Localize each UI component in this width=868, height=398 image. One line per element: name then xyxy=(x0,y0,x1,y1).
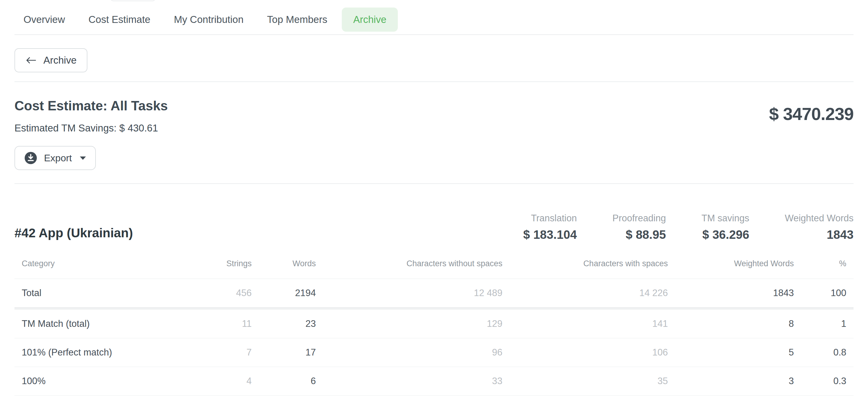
back-button-label: Archive xyxy=(43,55,76,66)
report-section: #42 App (Ukrainian) Translation$ 183.104… xyxy=(14,184,854,396)
table-row: 100%46333530.3 xyxy=(14,367,854,395)
cell-chars-with: 141 xyxy=(502,310,668,338)
total-separator-band-cell xyxy=(14,308,854,310)
cell-percent: 1 xyxy=(794,310,854,338)
total-cost: $ 3470.239 xyxy=(769,104,854,124)
cell-category: 100% xyxy=(14,367,183,395)
cell-percent: 0.8 xyxy=(794,338,854,367)
stat-weighted-words: Weighted Words1843 xyxy=(785,213,854,242)
report-stats: Translation$ 183.104Proofreading$ 88.95T… xyxy=(523,213,854,242)
cost-table: Category Strings Words Characters withou… xyxy=(14,256,854,396)
cropped-button-remnant xyxy=(110,0,156,1)
back-row: Archive xyxy=(14,35,854,82)
cell-chars-with: 14 226 xyxy=(502,279,668,308)
chevron-down-icon xyxy=(80,156,86,160)
cell-chars-without: 12 489 xyxy=(316,279,502,308)
stat-label: Translation xyxy=(523,213,577,224)
cell-chars-without: 129 xyxy=(316,310,502,338)
tab-my-contribution[interactable]: My Contribution xyxy=(165,7,253,32)
cell-category: Total xyxy=(14,279,183,308)
cell-strings: 456 xyxy=(183,279,252,308)
table-row: Total456219412 48914 2261843100 xyxy=(14,279,854,308)
tm-savings-text: Estimated TM Savings: $ 430.61 xyxy=(14,122,168,134)
tab-bar: OverviewCost EstimateMy ContributionTop … xyxy=(14,0,854,34)
tab-top-members[interactable]: Top Members xyxy=(258,7,336,32)
cell-chars-without: 33 xyxy=(316,367,502,395)
export-button[interactable]: Export xyxy=(14,146,96,170)
column-header-strings: Strings xyxy=(183,256,252,279)
archive-back-button[interactable]: Archive xyxy=(14,48,87,72)
cell-chars-with: 35 xyxy=(502,367,668,395)
cell-percent: 0.3 xyxy=(794,367,854,395)
cell-weighted: 8 xyxy=(668,310,794,338)
cell-category: 101% (Perfect match) xyxy=(14,338,183,367)
column-header-words: Words xyxy=(252,256,316,279)
cell-chars-with: 106 xyxy=(502,338,668,367)
summary-left: Cost Estimate: All Tasks Estimated TM Sa… xyxy=(14,98,168,134)
page-title: Cost Estimate: All Tasks xyxy=(14,98,168,113)
table-header-row: Category Strings Words Characters withou… xyxy=(14,256,854,279)
cell-words: 6 xyxy=(252,367,316,395)
stat-proofreading: Proofreading$ 88.95 xyxy=(613,213,666,242)
stat-value: 1843 xyxy=(785,228,854,242)
download-icon xyxy=(24,151,37,165)
stat-label: TM savings xyxy=(701,213,749,224)
cell-words: 17 xyxy=(252,338,316,367)
cell-strings: 11 xyxy=(183,310,252,338)
stat-value: $ 183.104 xyxy=(523,228,577,242)
cell-weighted: 3 xyxy=(668,367,794,395)
cell-category: TM Match (total) xyxy=(14,310,183,338)
cell-words: 23 xyxy=(252,310,316,338)
export-row: Export xyxy=(14,134,854,183)
stat-label: Weighted Words xyxy=(785,213,854,224)
cell-words: 2194 xyxy=(252,279,316,308)
column-header-chars-with-spaces: Characters with spaces xyxy=(502,256,668,279)
stat-value: $ 36.296 xyxy=(701,228,749,242)
report-header: #42 App (Ukrainian) Translation$ 183.104… xyxy=(14,184,854,242)
summary-section: Cost Estimate: All Tasks Estimated TM Sa… xyxy=(14,82,854,134)
stat-translation: Translation$ 183.104 xyxy=(523,213,577,242)
total-separator-band xyxy=(14,308,854,310)
cell-chars-without: 96 xyxy=(316,338,502,367)
report-title: #42 App (Ukrainian) xyxy=(14,226,133,242)
stat-tm-savings: TM savings$ 36.296 xyxy=(701,213,749,242)
table-row: TM Match (total)112312914181 xyxy=(14,310,854,338)
column-header-chars-without-spaces: Characters without spaces xyxy=(316,256,502,279)
column-header-percent: % xyxy=(794,256,854,279)
column-header-weighted-words: Weighted Words xyxy=(668,256,794,279)
tab-archive[interactable]: Archive xyxy=(342,7,398,32)
cell-strings: 7 xyxy=(183,338,252,367)
tab-overview[interactable]: Overview xyxy=(14,7,74,32)
cell-strings: 4 xyxy=(183,367,252,395)
tab-cost-estimate[interactable]: Cost Estimate xyxy=(80,7,159,32)
stat-value: $ 88.95 xyxy=(613,228,666,242)
column-header-category: Category xyxy=(14,256,183,279)
table-row: 101% (Perfect match)7179610650.8 xyxy=(14,338,854,367)
cost-estimate-page: OverviewCost EstimateMy ContributionTop … xyxy=(0,0,868,398)
cell-weighted: 1843 xyxy=(668,279,794,308)
export-button-label: Export xyxy=(44,153,72,164)
stat-label: Proofreading xyxy=(613,213,666,224)
cell-weighted: 5 xyxy=(668,338,794,367)
arrow-left-icon xyxy=(25,56,37,64)
cell-percent: 100 xyxy=(794,279,854,308)
